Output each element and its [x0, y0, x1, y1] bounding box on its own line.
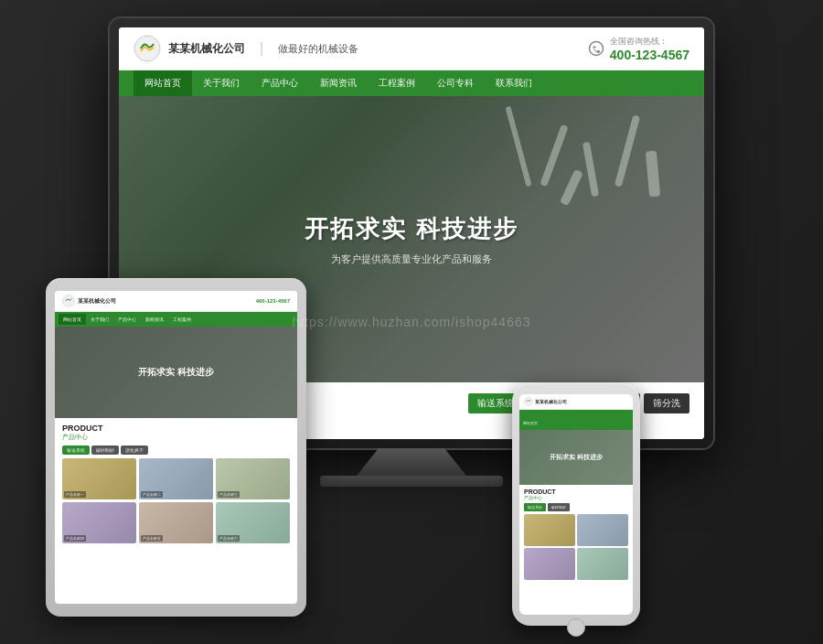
- nav-specialty[interactable]: 公司专科: [426, 70, 485, 96]
- tablet-logo: 某某机械化公司: [62, 295, 116, 307]
- svg-point-3: [524, 397, 532, 405]
- tablet-bezel: 某某机械化公司 400-123-4567 网站首页 关于我们 产品中心 新闻资讯…: [46, 278, 306, 617]
- website-phone: 某某机械化公司 网站首页 开拓求实 科技进步 PRODUCT 产品中心 输送系统…: [519, 394, 633, 615]
- tablet-nav-home[interactable]: 网站首页: [59, 314, 86, 325]
- product-tab-3[interactable]: 筛分洗: [644, 393, 689, 413]
- nav-news[interactable]: 新闻资讯: [309, 70, 368, 96]
- phone-product-grid: [524, 514, 628, 580]
- tablet-product: PRODUCT 产品中心 输送系统 破碎制砂 沥化烘干 产品名称一 产品名称二 …: [55, 418, 297, 604]
- nav-project[interactable]: 工程案例: [368, 70, 426, 96]
- tablet-nav-news[interactable]: 新闻资讯: [141, 314, 168, 325]
- tablet-product-title-en: PRODUCT: [62, 424, 290, 433]
- phone-nav-home[interactable]: 网站首页: [523, 421, 538, 425]
- phone-product-tabs: 输送系统 破碎制砂: [524, 503, 628, 511]
- phone-icon: [588, 40, 604, 57]
- tablet-nav-project[interactable]: 工程案例: [168, 314, 196, 325]
- phone-logo: 某某机械化公司: [524, 397, 628, 406]
- phone-grid-item-0: [524, 514, 575, 546]
- tablet-grid-item-1: 产品名称二: [139, 458, 213, 499]
- phone-screen: 某某机械化公司 网站首页 开拓求实 科技进步 PRODUCT 产品中心 输送系统…: [519, 394, 633, 615]
- phone-product: PRODUCT 产品中心 输送系统 破碎制砂: [519, 485, 633, 615]
- tablet-nav-product[interactable]: 产品中心: [113, 314, 141, 325]
- tablet-grid-item-4: 产品名称五: [139, 502, 213, 543]
- header-phone: 全国咨询热线： 400-123-4567: [588, 36, 689, 62]
- phone-hero-title: 开拓求实 科技进步: [550, 453, 603, 462]
- hero-subtitle: 为客户提供高质量专业化产品和服务: [331, 252, 492, 266]
- nav-home[interactable]: 网站首页: [134, 70, 192, 96]
- tablet-grid-item-3: 产品名称四: [62, 502, 136, 543]
- nav-contact[interactable]: 联系我们: [485, 70, 543, 96]
- tablet-grid-item-0: 产品名称一: [62, 458, 136, 499]
- tablet: 某某机械化公司 400-123-4567 网站首页 关于我们 产品中心 新闻资讯…: [46, 278, 306, 617]
- phone-info: 全国咨询热线： 400-123-4567: [610, 36, 689, 62]
- tablet-tab-1[interactable]: 破碎制砂: [91, 445, 119, 455]
- tablet-logo-text: 某某机械化公司: [78, 297, 116, 306]
- tablet-nav-about[interactable]: 关于我们: [86, 314, 113, 325]
- logo-text: 某某机械化公司: [168, 41, 245, 57]
- tablet-grid-item-2: 产品名称三: [216, 458, 290, 499]
- phone-number: 400-123-4567: [610, 48, 689, 62]
- tablet-header: 某某机械化公司 400-123-4567: [55, 291, 297, 312]
- nav-about[interactable]: 关于我们: [192, 70, 251, 96]
- tablet-screen: 某某机械化公司 400-123-4567 网站首页 关于我们 产品中心 新闻资讯…: [55, 291, 297, 604]
- tablet-tab-0[interactable]: 输送系统: [62, 445, 90, 455]
- phone-grid-item-2: [524, 548, 575, 580]
- nav-product[interactable]: 产品中心: [251, 70, 309, 96]
- svg-point-1: [589, 42, 603, 56]
- site-header: 某某机械化公司 | 做最好的机械设备 全国咨询热线： 400-123-4567: [119, 27, 704, 70]
- tablet-product-tabs: 输送系统 破碎制砂 沥化烘干: [62, 445, 290, 455]
- tablet-hero: 开拓求实 科技进步: [55, 327, 297, 418]
- phone-label: 全国咨询热线：: [610, 36, 689, 48]
- phone-logo-text: 某某机械化公司: [535, 399, 567, 404]
- phone-tab-0[interactable]: 输送系统: [524, 503, 546, 511]
- logo-slogan: 做最好的机械设备: [278, 42, 358, 56]
- tablet-phone: 400-123-4567: [256, 298, 290, 304]
- tablet-product-grid: 产品名称一 产品名称二 产品名称三 产品名称四 产品名称五 产品名称六: [62, 458, 290, 543]
- phone-bezel: 某某机械化公司 网站首页 开拓求实 科技进步 PRODUCT 产品中心 输送系统…: [512, 383, 640, 626]
- tablet-product-title-cn: 产品中心: [62, 433, 290, 442]
- tablet-hero-title: 开拓求实 科技进步: [138, 366, 214, 379]
- phone-home-button[interactable]: [567, 618, 585, 637]
- phone-grid-item-3: [577, 548, 628, 580]
- monitor-stand: [357, 448, 466, 476]
- svg-point-2: [62, 295, 74, 306]
- phone-product-title-en: PRODUCT: [524, 488, 628, 495]
- site-nav: 网站首页 关于我们 产品中心 新闻资讯 工程案例 公司专科 联系我们: [119, 70, 704, 96]
- tablet-nav: 网站首页 关于我们 产品中心 新闻资讯 工程案例: [55, 312, 297, 327]
- hero-title: 开拓求实 科技进步: [305, 213, 518, 245]
- phone-grid-item-1: [577, 514, 628, 546]
- phone: 某某机械化公司 网站首页 开拓求实 科技进步 PRODUCT 产品中心 输送系统…: [512, 383, 640, 626]
- phone-header: 某某机械化公司: [519, 394, 633, 410]
- logo-divider: |: [260, 40, 263, 57]
- site-logo: 某某机械化公司 | 做最好的机械设备: [134, 35, 358, 62]
- tablet-tab-2[interactable]: 沥化烘干: [121, 445, 148, 455]
- tablet-grid-item-5: 产品名称六: [216, 502, 290, 543]
- phone-hero: 开拓求实 科技进步: [519, 430, 633, 485]
- logo-icon: [134, 35, 161, 62]
- tablet-logo-icon: [62, 295, 75, 307]
- website-tablet: 某某机械化公司 400-123-4567 网站首页 关于我们 产品中心 新闻资讯…: [55, 291, 297, 604]
- phone-product-title-cn: 产品中心: [524, 495, 628, 500]
- phone-nav: 网站首页: [519, 410, 633, 430]
- phone-logo-icon: [524, 397, 533, 406]
- monitor-base: [320, 476, 503, 487]
- phone-tab-1[interactable]: 破碎制砂: [548, 503, 570, 511]
